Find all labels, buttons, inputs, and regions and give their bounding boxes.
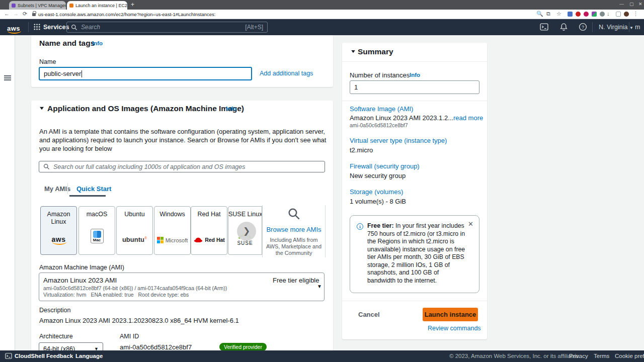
verified-provider-badge: Verified provider — [219, 342, 267, 351]
ami-search-box[interactable] — [39, 161, 325, 172]
aws-logo[interactable]: aws — [7, 25, 20, 32]
services-grid-icon[interactable] — [33, 23, 41, 31]
summary-panel: Summary Number of instances Info 1 Softw… — [342, 43, 487, 339]
free-tier-eligible-label: Free tier eligible — [273, 277, 319, 284]
info-icon: i — [357, 223, 363, 230]
zoom-icon[interactable]: 🔍 — [536, 11, 543, 17]
cancel-button[interactable]: Cancel — [358, 311, 380, 318]
ami-card-ubuntu[interactable]: Ubuntu ubuntu® — [116, 206, 153, 255]
ami-id-value: ami-0a50c6d5812ce8bf7 — [120, 343, 192, 351]
footer-cloudshell[interactable]: CloudShell — [15, 353, 45, 359]
section-title: Application and OS Images (Amazon Machin… — [47, 104, 244, 113]
region-selector[interactable]: N. Virginia ▼ — [599, 24, 633, 31]
account-menu[interactable]: m — [635, 24, 640, 31]
global-search-box[interactable]: Search [Alt+S] — [66, 22, 268, 33]
footer-feedback[interactable]: Feedback — [46, 353, 73, 359]
screen: Subnets | VPC Management Con ✕ Launch an… — [0, 0, 644, 362]
download-icon[interactable]: ↓ — [607, 11, 610, 17]
extension-icon[interactable] — [576, 12, 581, 17]
summary-row-sub: ami-0a50c6d5812ce8bf7 — [350, 122, 408, 128]
architecture-label: Architecture — [39, 333, 73, 340]
info-link[interactable]: Info — [92, 40, 103, 46]
share-icon[interactable]: ⧉ — [546, 11, 550, 17]
extension-icon[interactable] — [600, 12, 605, 17]
footer-copyright: © 2023, Amazon Web Services, Inc. or its… — [449, 353, 581, 359]
extension-icon[interactable] — [592, 12, 597, 17]
review-commands-link[interactable]: Review commands — [428, 325, 481, 332]
ami-card-redhat[interactable]: Red Hat Red Hat — [191, 206, 227, 255]
close-icon[interactable]: ✕ — [468, 220, 473, 228]
collapse-triangle-icon[interactable] — [351, 50, 355, 53]
summary-row-label[interactable]: Storage (volumes) — [350, 188, 403, 196]
name-input[interactable]: public-server — [39, 67, 252, 80]
services-menu[interactable]: Services — [43, 24, 69, 31]
ami-meta: Virtualization: hvm ENA enabled: true Ro… — [43, 292, 189, 298]
ami-select-label: Amazon Machine Image (AMI) — [39, 264, 124, 271]
window-close-icon[interactable]: ✕ — [638, 2, 642, 7]
cloudshell-icon[interactable] — [5, 352, 12, 359]
aws-logo: aws — [41, 236, 76, 243]
profile-avatar[interactable] — [624, 12, 629, 17]
cloudshell-icon[interactable] — [540, 23, 548, 31]
add-additional-tags-link[interactable]: Add additional tags — [260, 70, 313, 77]
forward-icon[interactable]: → — [13, 11, 19, 17]
summary-row-value: New security group — [350, 172, 406, 179]
search-shortcut: [Alt+S] — [245, 24, 263, 31]
vpc-favicon — [12, 4, 16, 8]
tab-quick-start[interactable]: Quick Start — [76, 185, 111, 193]
info-link[interactable]: Info — [410, 72, 420, 78]
extension-icon[interactable] — [616, 12, 621, 17]
ami-card-macos[interactable]: macOS Mac — [78, 206, 115, 255]
footer-terms[interactable]: Terms — [594, 353, 609, 359]
read-more-link[interactable]: read more — [453, 114, 483, 122]
footer-language[interactable]: Language — [75, 353, 103, 359]
search-icon — [43, 163, 50, 170]
dropdown-arrow-icon[interactable]: ▼ — [317, 284, 322, 289]
summary-title: Summary — [358, 47, 393, 56]
browser-tab-vpc[interactable]: Subnets | VPC Management Con ✕ — [9, 1, 66, 10]
summary-row-label[interactable]: Firewall (security group) — [350, 162, 420, 170]
extension-icon[interactable] — [584, 12, 589, 17]
browse-more-amis-panel: Browse more AMIs Including AMIs from AWS… — [263, 207, 325, 256]
refresh-icon[interactable]: ⟳ — [23, 11, 27, 17]
console-footer: CloudShell Feedback Language © 2023, Ama… — [0, 350, 644, 362]
footer-privacy[interactable]: Privacy — [569, 353, 588, 359]
summary-row-value: 1 volume(s) - 8 GiB — [350, 198, 406, 205]
tab-my-amis[interactable]: My AMIs — [44, 185, 70, 193]
browse-more-amis-link[interactable]: Browse more AMIs — [263, 226, 325, 233]
ami-id-label: AMI ID — [120, 333, 139, 340]
info-link[interactable]: Info — [226, 106, 236, 112]
name-tags-section: Name and tags Info Name public-server Ad… — [31, 35, 333, 87]
description-value: Amazon Linux 2023 AMI 2023.1.20230823.0 … — [39, 317, 239, 324]
url-text[interactable]: us-east-1.console.aws.amazon.com/ec2/hom… — [38, 12, 216, 17]
redhat-logo: Red Hat — [191, 237, 227, 243]
summary-row-label[interactable]: Software Image (AMI) — [350, 105, 413, 113]
carousel-next-button[interactable]: ❯ — [237, 222, 256, 241]
back-icon[interactable]: ← — [4, 11, 10, 17]
search-icon — [71, 24, 77, 31]
ami-card-windows[interactable]: Windows Microsoft — [154, 206, 191, 255]
bookmark-star-icon[interactable]: ☆ — [556, 11, 561, 17]
notifications-bell-icon[interactable] — [559, 23, 568, 31]
window-maximize-icon[interactable]: ▢ — [629, 2, 634, 7]
browser-menu-icon[interactable]: ⋮ — [633, 11, 638, 17]
summary-row-label[interactable]: Virtual server type (instance type) — [350, 137, 447, 144]
footer-cookie-preferences[interactable]: Cookie preferences — [615, 353, 644, 359]
launch-instance-button[interactable]: Launch instance — [423, 308, 478, 321]
ami-select-dropdown[interactable]: Amazon Linux 2023 AMI Free tier eligible… — [39, 273, 325, 301]
help-icon[interactable]: ? — [579, 23, 587, 31]
summary-row-value: Amazon Linux 2023 AMI 2023.1.2...read mo… — [350, 114, 483, 122]
browser-tab-ec2[interactable]: Launch an instance | EC2 Manag ✕ — [67, 1, 127, 10]
window-minimize-icon[interactable]: — — [619, 2, 624, 7]
collapse-triangle-icon[interactable] — [40, 107, 44, 110]
hamburger-menu-icon[interactable] — [4, 77, 11, 78]
ami-search-input[interactable] — [39, 161, 325, 172]
free-tier-callout: i ✕ Free tier: In your first year includ… — [350, 215, 479, 293]
ami-ids: ami-0a50c6d5812ce8bf7 (64-bit (x86)) / a… — [43, 285, 227, 291]
ubuntu-logo: ubuntu® — [117, 236, 152, 243]
extension-icon[interactable] — [568, 12, 573, 17]
ami-card-amazon-linux[interactable]: Amazon Linux aws — [40, 206, 77, 255]
microsoft-logo: Microsoft — [154, 237, 190, 243]
new-tab-icon[interactable]: + — [131, 1, 134, 8]
instances-input[interactable]: 1 — [350, 80, 479, 94]
